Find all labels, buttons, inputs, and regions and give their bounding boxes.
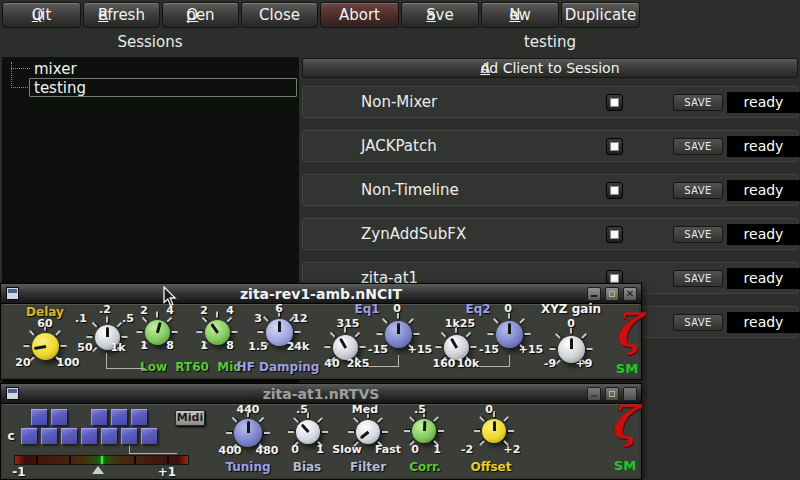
bias-knob[interactable] bbox=[296, 420, 320, 444]
knob-tick bbox=[122, 336, 128, 338]
toolbar-button-open[interactable]: Open bbox=[162, 2, 239, 28]
toolbar-button-refresh[interactable]: Refresh bbox=[83, 2, 160, 28]
delay-knob[interactable] bbox=[32, 333, 59, 360]
window-zita-rev1-amb-nncit: zita-rev1-amb.nNCIT✕Delay6020100.1.2.550… bbox=[0, 283, 642, 380]
note-button[interactable] bbox=[91, 409, 107, 425]
note-button[interactable] bbox=[121, 428, 137, 444]
window-titlebar[interactable]: zita-rev1-amb.nNCIT✕ bbox=[1, 284, 641, 304]
toolbar-button-duplicate[interactable]: Duplicate bbox=[561, 2, 640, 28]
filter-knob[interactable] bbox=[356, 420, 380, 444]
knob-tick bbox=[587, 348, 593, 350]
panel-label: 6 bbox=[275, 303, 283, 315]
client-save-button[interactable]: SAVE bbox=[673, 270, 723, 287]
panel-label: 0 bbox=[504, 303, 512, 315]
offset-knob[interactable] bbox=[482, 419, 506, 443]
note-button[interactable] bbox=[101, 428, 117, 444]
knob-tick bbox=[348, 431, 354, 433]
session-item-mixer[interactable]: mixer bbox=[29, 59, 297, 78]
panel-label: Corr. bbox=[409, 461, 441, 474]
note-button[interactable] bbox=[81, 428, 97, 444]
save-led bbox=[696, 101, 700, 105]
note-button[interactable] bbox=[141, 428, 157, 444]
window-zita-at1-nrtvs: zita-at1.nRTVS✕c440400480Tuning.501BiasM… bbox=[0, 383, 642, 480]
maximize-button[interactable] bbox=[605, 287, 619, 301]
save-led bbox=[696, 277, 700, 281]
corr-knob[interactable] bbox=[412, 419, 436, 443]
close-button[interactable]: ✕ bbox=[623, 287, 637, 301]
panel-label: 160 bbox=[433, 358, 456, 370]
client-save-button[interactable]: SAVE bbox=[673, 314, 723, 331]
tuning-meter bbox=[14, 455, 189, 465]
connector-line bbox=[478, 366, 510, 367]
connector-line bbox=[367, 366, 399, 367]
toolbar-button-quit[interactable]: Quit bbox=[2, 2, 81, 28]
panel-label: 60 bbox=[37, 318, 52, 330]
panel-label: 1 bbox=[316, 444, 324, 456]
client-save-button[interactable]: SAVE bbox=[673, 94, 723, 111]
client-save-button[interactable]: SAVE bbox=[673, 182, 723, 199]
client-checkbox[interactable] bbox=[606, 138, 623, 155]
toolbar: QuitRefreshOpenCloseAbortSaveNewDuplicat… bbox=[0, 0, 800, 30]
panel-label: 8 bbox=[166, 340, 174, 352]
client-save-button[interactable]: SAVE bbox=[673, 226, 723, 243]
checkbox-mark bbox=[610, 186, 619, 195]
current-session-label: testing bbox=[300, 33, 800, 51]
knob-tick bbox=[493, 411, 495, 417]
panel-label: XYZ gain bbox=[541, 303, 601, 316]
midi-button[interactable]: Midi bbox=[175, 410, 205, 426]
knob-pointer bbox=[570, 338, 573, 350]
panel-label: Low RT60 Mid bbox=[140, 361, 242, 374]
note-button[interactable] bbox=[31, 409, 47, 425]
note-button[interactable] bbox=[51, 409, 67, 425]
note-button[interactable] bbox=[21, 428, 37, 444]
toolbar-button-save[interactable]: Save bbox=[401, 2, 479, 28]
sm-label: SM bbox=[616, 362, 638, 375]
client-name: Non-Timeline bbox=[361, 175, 459, 205]
toolbar-button-new[interactable]: New bbox=[481, 2, 559, 28]
panel-label: 2 bbox=[140, 305, 148, 317]
eq1-freq-knob[interactable] bbox=[333, 335, 358, 360]
toolbar-button-close[interactable]: Close bbox=[241, 2, 318, 28]
add-client-button[interactable]: Add Client to Session bbox=[302, 58, 798, 78]
knob-tick bbox=[197, 331, 203, 333]
note-button[interactable] bbox=[61, 428, 77, 444]
minimize-button[interactable] bbox=[587, 287, 601, 301]
note-button[interactable] bbox=[111, 409, 127, 425]
client-checkbox[interactable] bbox=[606, 226, 623, 243]
checkbox-mark bbox=[610, 230, 619, 239]
tree-connector-line bbox=[11, 62, 12, 88]
meter-center-line bbox=[101, 456, 103, 464]
toolbar-button-abort[interactable]: Abort bbox=[320, 2, 399, 28]
panel-label: Offset bbox=[471, 461, 512, 474]
knob-tick bbox=[322, 431, 328, 433]
connector-line bbox=[398, 355, 399, 367]
panel-label: +15 bbox=[519, 344, 544, 356]
session-item-testing[interactable]: testing bbox=[29, 78, 297, 97]
client-save-button[interactable]: SAVE bbox=[673, 138, 723, 155]
window-titlebar[interactable]: zita-at1.nRTVS✕ bbox=[1, 384, 641, 404]
panel-label: HF Damping bbox=[237, 361, 320, 374]
note-button[interactable] bbox=[41, 428, 57, 444]
panel-label: 20 bbox=[15, 357, 30, 369]
panel-label: 0 bbox=[567, 318, 575, 330]
minimize-button[interactable] bbox=[587, 387, 601, 401]
window-title: zita-at1.nRTVS bbox=[1, 386, 641, 403]
client-checkbox[interactable] bbox=[606, 182, 623, 199]
tuning-knob[interactable] bbox=[234, 419, 262, 447]
panel-label: 8 bbox=[226, 340, 234, 352]
client-status-badge: ready bbox=[727, 312, 800, 333]
panel-label: 315 bbox=[337, 318, 360, 330]
eq2-freq-knob[interactable] bbox=[444, 335, 469, 360]
knob-tick bbox=[550, 348, 556, 350]
panel-label: -15 bbox=[479, 344, 499, 356]
maximize-icon bbox=[609, 291, 615, 297]
knob-pointer bbox=[33, 345, 45, 350]
connector-line bbox=[129, 453, 177, 454]
panel-label: 3 bbox=[254, 313, 262, 325]
knob-tick bbox=[137, 331, 143, 333]
panel-label: 40 bbox=[324, 358, 339, 370]
client-checkbox[interactable] bbox=[606, 94, 623, 111]
panel-label: Fast bbox=[375, 444, 401, 456]
note-button[interactable] bbox=[131, 409, 147, 425]
panel-label: .5 bbox=[414, 404, 426, 416]
